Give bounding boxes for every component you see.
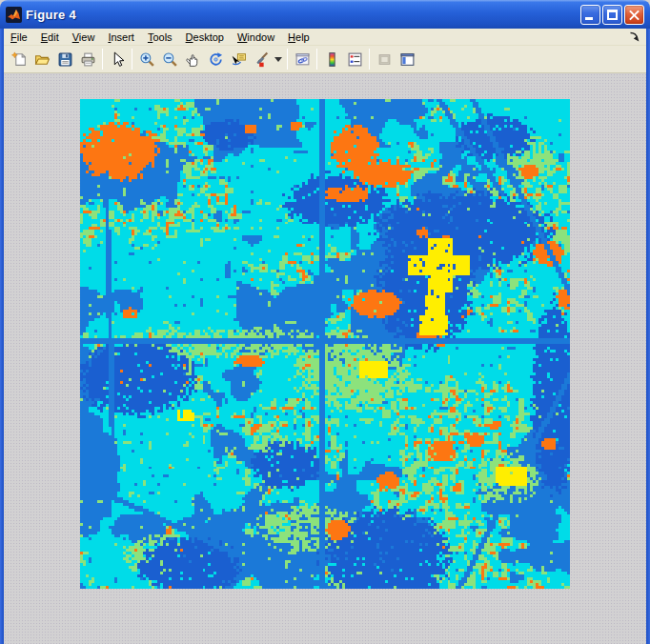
hide-plot-tools-button[interactable] [373,48,396,70]
figure-window: Figure 4 File Edit View Insert Tools Des… [0,0,650,644]
save-icon [57,51,73,68]
brush-data-button[interactable] [250,48,273,70]
zoom-in-icon [139,51,155,68]
figure-toolbar [4,46,646,73]
menubar: File Edit View Insert Tools Desktop Wind… [4,29,646,46]
data-cursor-button[interactable] [227,48,250,70]
save-figure-button[interactable] [53,48,76,70]
close-icon [625,6,643,24]
classified-satellite-image [80,99,570,589]
zoom-out-icon [162,51,178,68]
pan-button[interactable] [181,48,204,70]
maximize-button[interactable] [602,5,622,25]
zoom-out-button[interactable] [158,48,181,70]
toolbar-separator [102,49,103,70]
link-plot-button[interactable] [291,48,314,70]
insert-colorbar-button[interactable] [320,48,343,70]
edit-plot-button[interactable] [106,48,129,70]
minimize-icon [585,17,593,20]
pan-hand-icon [185,51,201,68]
minimize-button[interactable] [580,5,600,25]
window-title: Figure 4 [26,8,76,22]
toolbar-separator [132,49,132,70]
dock-figure-arrow[interactable] [628,30,640,43]
toolbar-separator [369,49,370,70]
colorbar-icon [324,51,340,68]
menu-tools[interactable]: Tools [141,30,179,45]
menu-insert[interactable]: Insert [101,30,141,45]
open-file-button[interactable] [30,48,53,70]
dock-arrow-icon [628,30,640,43]
link-plot-icon [295,51,311,68]
legend-icon [347,51,363,68]
rotate-3d-icon [208,51,224,68]
edit-arrow-icon [110,51,126,68]
print-figure-button[interactable] [76,48,99,70]
menu-file[interactable]: File [4,30,34,45]
titlebar[interactable]: Figure 4 [0,0,650,29]
menu-desktop[interactable]: Desktop [179,30,231,45]
window-border-right [646,29,650,644]
data-cursor-icon [231,51,247,68]
matlab-logo-icon [6,7,22,23]
dropdown-caret-icon [274,57,282,62]
close-button[interactable] [624,5,644,25]
printer-icon [80,51,96,68]
menu-view[interactable]: View [66,30,102,45]
open-folder-icon [34,51,51,68]
menu-edit[interactable]: Edit [34,30,66,45]
insert-legend-button[interactable] [343,48,366,70]
maximize-icon [607,10,618,20]
new-figure-button[interactable] [8,48,30,70]
new-figure-icon [11,51,28,68]
hide-plot-tools-icon [376,51,393,68]
menu-help[interactable]: Help [281,30,316,45]
figure-axes-image [80,99,570,589]
show-plot-tools-icon [399,51,416,68]
brush-icon [254,51,270,68]
zoom-in-button[interactable] [135,48,158,70]
rotate-3d-button[interactable] [204,48,227,70]
toolbar-separator [287,49,288,70]
menu-window[interactable]: Window [231,30,281,45]
show-plot-tools-button[interactable] [396,48,418,70]
toolbar-separator [316,49,317,70]
brush-dropdown-button[interactable] [273,48,284,70]
